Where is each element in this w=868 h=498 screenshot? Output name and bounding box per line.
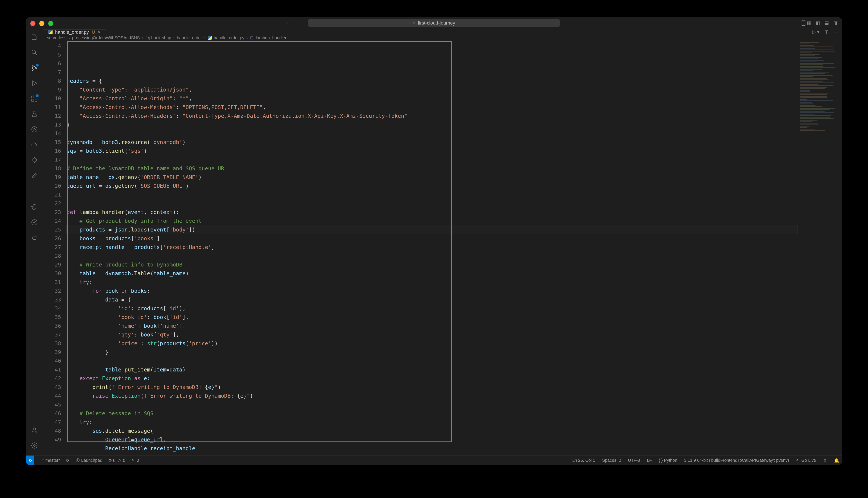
code-line[interactable]: "Content-Type": "application/json", bbox=[67, 86, 797, 94]
code-line[interactable]: } bbox=[67, 120, 797, 129]
code-line[interactable] bbox=[67, 190, 797, 199]
code-line[interactable]: 'price': str(products['price']) bbox=[67, 339, 797, 348]
extensions-icon[interactable] bbox=[30, 95, 38, 102]
code-line[interactable]: "Access-Control-Allow-Methods": "OPTIONS… bbox=[67, 103, 797, 112]
code-line[interactable] bbox=[67, 199, 797, 208]
code-line[interactable]: print(f"Error writing to DynamoDB: {e}") bbox=[67, 383, 797, 392]
account-icon[interactable] bbox=[30, 426, 38, 434]
encoding-status[interactable]: UTF-8 bbox=[628, 458, 640, 463]
code-line[interactable]: 'qty': book['qty'], bbox=[67, 330, 797, 339]
code-line[interactable]: "Access-Control-Allow-Headers": "Content… bbox=[67, 112, 797, 120]
code-line[interactable]: table_name = os.getenv('ORDER_TABLE_NAME… bbox=[67, 173, 797, 182]
forward-icon[interactable]: → bbox=[297, 19, 303, 26]
code-line[interactable]: table.put_item(Item=data) bbox=[67, 365, 797, 374]
breadcrumb-segment[interactable]: serverless bbox=[47, 36, 66, 40]
tab-close-icon[interactable]: × bbox=[98, 29, 101, 35]
hand-icon[interactable] bbox=[30, 203, 38, 211]
code-line[interactable]: headers = { bbox=[67, 77, 797, 86]
code-line[interactable]: receipt_handle = products['receiptHandle… bbox=[67, 243, 797, 251]
code-line[interactable]: } bbox=[67, 348, 797, 356]
toggle-primary-sidebar-icon[interactable]: ◧ bbox=[816, 20, 820, 26]
code-line[interactable] bbox=[67, 129, 797, 138]
code-line[interactable]: sqs = boto3.client('sqs') bbox=[67, 147, 797, 155]
python-interpreter[interactable]: 3.11.9 64-bit ('buildFrontendToCallAPIGa… bbox=[684, 458, 789, 463]
code-line[interactable]: queue_url = os.getenv('SQS_QUEUE_URL') bbox=[67, 182, 797, 190]
code-line[interactable]: data = { bbox=[67, 295, 797, 304]
code-line[interactable] bbox=[67, 155, 797, 164]
breadcrumb-segment[interactable]: lambda_handler bbox=[256, 36, 286, 40]
code-line[interactable]: 'book_id': book['id'], bbox=[67, 313, 797, 322]
toggle-secondary-sidebar-icon[interactable]: ◨ bbox=[833, 20, 838, 26]
cursor-position[interactable]: Ln 25, Col 1 bbox=[572, 458, 595, 463]
code-line[interactable] bbox=[67, 251, 797, 260]
problems-status[interactable]: ⊘ 0 ⚠ 0 bbox=[108, 458, 125, 463]
language-mode[interactable]: { } Python bbox=[659, 458, 677, 463]
split-editor-icon[interactable]: ◫ bbox=[824, 29, 829, 35]
code-line[interactable]: for book in books: bbox=[67, 287, 797, 295]
code-line[interactable]: # Define the DynamoDB table name and SQS… bbox=[67, 164, 797, 173]
code-line[interactable]: table = dynamodb.Table(table_name) bbox=[67, 269, 797, 278]
code-line[interactable]: except Exception as e: bbox=[67, 374, 797, 383]
search-activity-icon[interactable] bbox=[30, 49, 38, 56]
minimize-window-icon[interactable] bbox=[39, 21, 44, 26]
indentation-status[interactable]: Spaces: 2 bbox=[602, 458, 621, 463]
code-line[interactable]: dynamodb = boto3.resource('dynamodb') bbox=[67, 138, 797, 147]
run-debug-icon[interactable] bbox=[30, 79, 38, 87]
layout-grid-icon[interactable]: ▦ bbox=[807, 20, 812, 26]
pencil-icon[interactable] bbox=[30, 172, 38, 179]
breadcrumb-segment[interactable]: handle_order.py bbox=[214, 36, 244, 40]
breadcrumb-segment[interactable]: fcj-book-shop bbox=[145, 36, 171, 40]
settings-gear-icon[interactable] bbox=[30, 442, 38, 449]
tag-icon[interactable] bbox=[30, 156, 38, 164]
code-area[interactable]: headers = { "Content-Type": "application… bbox=[67, 40, 797, 465]
code-line[interactable]: def lambda_handler(event, context): bbox=[67, 208, 797, 217]
notifications-icon[interactable]: 🔔 bbox=[834, 458, 839, 463]
code-line[interactable]: books = products['books'] bbox=[67, 234, 797, 243]
go-live-status[interactable]: ᯤ Go Live bbox=[796, 458, 816, 463]
circle-play-icon[interactable] bbox=[30, 126, 38, 133]
code-line[interactable]: # Write product info to DynamoDB bbox=[67, 260, 797, 269]
feedback-icon[interactable]: ☺ bbox=[823, 458, 827, 463]
minimap[interactable] bbox=[797, 40, 842, 465]
testing-icon[interactable] bbox=[30, 110, 38, 118]
ports-status[interactable]: ᯤ 0 bbox=[131, 458, 139, 463]
copilot-icon[interactable] bbox=[801, 21, 806, 26]
code-line[interactable]: # Delete message in SQS bbox=[67, 409, 797, 418]
close-window-icon[interactable] bbox=[30, 21, 36, 26]
code-line[interactable] bbox=[67, 400, 797, 409]
launchpad-status[interactable]: ⦿ Launchpad bbox=[76, 458, 102, 463]
traffic-lights[interactable] bbox=[30, 21, 53, 26]
code-line[interactable]: 'id': products['id'], bbox=[67, 304, 797, 313]
more-actions-icon[interactable]: ⋯ bbox=[833, 29, 838, 35]
check-circle-icon[interactable] bbox=[30, 219, 38, 226]
code-line[interactable] bbox=[67, 356, 797, 365]
git-branch[interactable]: ᛘ master* bbox=[42, 458, 60, 463]
remote-indicator[interactable]: ⟲ bbox=[26, 456, 34, 466]
maximize-window-icon[interactable] bbox=[48, 21, 53, 26]
code-line[interactable]: 'name': book['name'], bbox=[67, 322, 797, 330]
code-line[interactable]: QueueUrl=queue_url, bbox=[67, 435, 797, 444]
code-line[interactable]: raise Exception(f"Error writing to Dynam… bbox=[67, 392, 797, 400]
code-line[interactable]: ReceiptHandle=receipt_handle bbox=[67, 444, 797, 453]
code-line[interactable]: try: bbox=[67, 418, 797, 427]
command-center[interactable]: ⌕ first-cloud-journey bbox=[308, 19, 560, 27]
breadcrumb-segment[interactable]: handle_order bbox=[177, 36, 202, 40]
toggle-panel-icon[interactable]: ⬓ bbox=[825, 20, 829, 26]
tab-handle-order[interactable]: handle_order.py U × bbox=[43, 29, 106, 35]
run-file-icon[interactable]: ▷ ▾ bbox=[812, 29, 819, 35]
code-line[interactable]: # Get product body info from the event bbox=[67, 217, 797, 225]
code-line[interactable]: "Access-Control-Allow-Origin": "*", bbox=[67, 94, 797, 103]
source-control-icon[interactable] bbox=[30, 64, 38, 72]
back-icon[interactable]: ← bbox=[286, 19, 292, 26]
code-line[interactable]: try: bbox=[67, 278, 797, 287]
python-env-icon[interactable] bbox=[30, 234, 38, 241]
explorer-icon[interactable] bbox=[30, 33, 38, 41]
breadcrumb[interactable]: serverless › processingOrdersWithSQSAndS… bbox=[43, 35, 842, 40]
code-line[interactable] bbox=[67, 68, 797, 77]
editor[interactable]: 4567891011121314151617181920212223242526… bbox=[43, 40, 842, 465]
sync-icon[interactable]: ⟳ bbox=[66, 458, 69, 463]
eol-status[interactable]: LF bbox=[647, 458, 652, 463]
cloud-icon[interactable] bbox=[30, 141, 38, 148]
code-line[interactable]: sqs.delete_message( bbox=[67, 427, 797, 435]
breadcrumb-segment[interactable]: processingOrdersWithSQSAndSNS bbox=[72, 36, 140, 40]
